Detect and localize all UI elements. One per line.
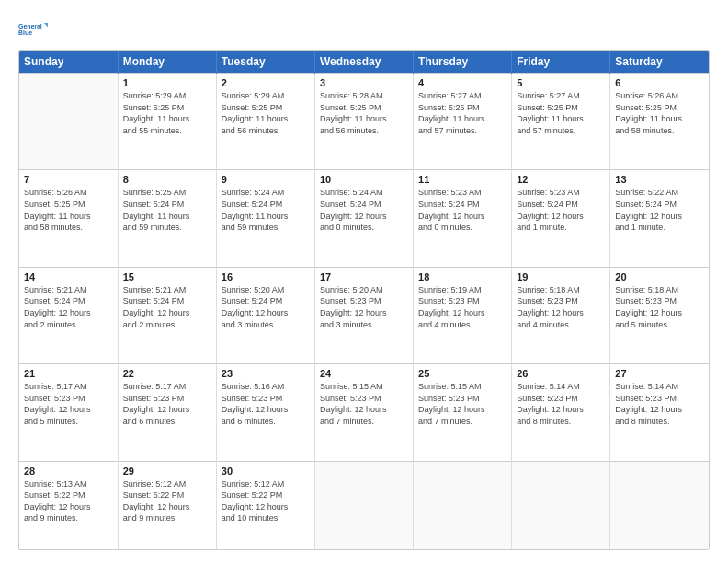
- day-info: Sunrise: 5:13 AM Sunset: 5:22 PM Dayligh…: [24, 478, 113, 524]
- day-info: Sunrise: 5:25 AM Sunset: 5:24 PM Dayligh…: [123, 187, 211, 233]
- day-number: 14: [24, 271, 113, 282]
- day-info: Sunrise: 5:29 AM Sunset: 5:25 PM Dayligh…: [123, 90, 211, 136]
- calendar-cell: 16Sunrise: 5:20 AM Sunset: 5:24 PM Dayli…: [216, 267, 314, 363]
- day-info: Sunrise: 5:20 AM Sunset: 5:24 PM Dayligh…: [222, 284, 310, 330]
- day-number: 28: [24, 465, 113, 477]
- calendar-cell: [414, 461, 512, 549]
- calendar-cell: 1Sunrise: 5:29 AM Sunset: 5:25 PM Daylig…: [118, 74, 216, 170]
- weekday-header: Monday: [118, 51, 216, 74]
- calendar-cell: 25Sunrise: 5:15 AM Sunset: 5:23 PM Dayli…: [414, 364, 512, 461]
- calendar-cell: 6Sunrise: 5:26 AM Sunset: 5:25 PM Daylig…: [610, 74, 709, 170]
- weekday-header: Wednesday: [314, 51, 413, 74]
- weekday-header: Sunday: [19, 51, 118, 74]
- calendar-cell: 11Sunrise: 5:23 AM Sunset: 5:24 PM Dayli…: [414, 170, 512, 267]
- calendar-cell: 10Sunrise: 5:24 AM Sunset: 5:24 PM Dayli…: [314, 170, 413, 267]
- day-info: Sunrise: 5:26 AM Sunset: 5:25 PM Dayligh…: [24, 187, 113, 233]
- calendar-cell: 13Sunrise: 5:22 AM Sunset: 5:24 PM Dayli…: [610, 170, 709, 267]
- day-info: Sunrise: 5:14 AM Sunset: 5:23 PM Dayligh…: [517, 381, 605, 427]
- day-info: Sunrise: 5:17 AM Sunset: 5:23 PM Dayligh…: [24, 381, 113, 427]
- calendar-cell: 26Sunrise: 5:14 AM Sunset: 5:23 PM Dayli…: [512, 364, 610, 461]
- day-info: Sunrise: 5:28 AM Sunset: 5:25 PM Dayligh…: [320, 90, 408, 136]
- day-number: 3: [320, 77, 408, 88]
- day-info: Sunrise: 5:12 AM Sunset: 5:22 PM Dayligh…: [123, 478, 211, 524]
- calendar-cell: 18Sunrise: 5:19 AM Sunset: 5:23 PM Dayli…: [414, 267, 512, 363]
- calendar-cell: 2Sunrise: 5:29 AM Sunset: 5:25 PM Daylig…: [216, 74, 314, 170]
- day-number: 2: [222, 77, 310, 88]
- day-info: Sunrise: 5:22 AM Sunset: 5:24 PM Dayligh…: [615, 187, 704, 233]
- day-number: 23: [222, 368, 310, 379]
- day-number: 20: [615, 271, 704, 282]
- calendar-header-row: SundayMondayTuesdayWednesdayThursdayFrid…: [19, 51, 709, 74]
- calendar-cell: 20Sunrise: 5:18 AM Sunset: 5:23 PM Dayli…: [610, 267, 709, 363]
- calendar-cell: 15Sunrise: 5:21 AM Sunset: 5:24 PM Dayli…: [118, 267, 216, 363]
- day-info: Sunrise: 5:27 AM Sunset: 5:25 PM Dayligh…: [517, 90, 605, 136]
- calendar-week-row: 28Sunrise: 5:13 AM Sunset: 5:22 PM Dayli…: [19, 461, 709, 549]
- day-info: Sunrise: 5:19 AM Sunset: 5:23 PM Dayligh…: [418, 284, 506, 330]
- calendar-cell: 22Sunrise: 5:17 AM Sunset: 5:23 PM Dayli…: [118, 364, 216, 461]
- calendar-cell: [512, 461, 610, 549]
- calendar-cell: 4Sunrise: 5:27 AM Sunset: 5:25 PM Daylig…: [414, 74, 512, 170]
- day-info: Sunrise: 5:15 AM Sunset: 5:23 PM Dayligh…: [418, 381, 506, 427]
- day-info: Sunrise: 5:26 AM Sunset: 5:25 PM Dayligh…: [615, 90, 704, 136]
- calendar-cell: 5Sunrise: 5:27 AM Sunset: 5:25 PM Daylig…: [512, 74, 610, 170]
- day-number: 9: [222, 174, 310, 185]
- calendar-cell: 27Sunrise: 5:14 AM Sunset: 5:23 PM Dayli…: [610, 364, 709, 461]
- calendar-cell: 24Sunrise: 5:15 AM Sunset: 5:23 PM Dayli…: [314, 364, 413, 461]
- day-number: 13: [615, 174, 704, 185]
- calendar-week-row: 21Sunrise: 5:17 AM Sunset: 5:23 PM Dayli…: [19, 364, 709, 461]
- calendar-cell: [610, 461, 709, 549]
- calendar-cell: 21Sunrise: 5:17 AM Sunset: 5:23 PM Dayli…: [19, 364, 118, 461]
- weekday-header: Tuesday: [216, 51, 314, 74]
- calendar-cell: 7Sunrise: 5:26 AM Sunset: 5:25 PM Daylig…: [19, 170, 118, 267]
- day-number: 25: [418, 368, 506, 379]
- day-number: 4: [418, 77, 506, 88]
- day-number: 17: [320, 271, 408, 282]
- day-info: Sunrise: 5:16 AM Sunset: 5:23 PM Dayligh…: [222, 381, 310, 427]
- day-number: 1: [123, 77, 211, 88]
- calendar-table: SundayMondayTuesdayWednesdayThursdayFrid…: [19, 51, 709, 549]
- calendar-cell: 17Sunrise: 5:20 AM Sunset: 5:23 PM Dayli…: [314, 267, 413, 363]
- calendar-cell: [314, 461, 413, 549]
- header: General Blue: [18, 17, 710, 42]
- day-number: 6: [615, 77, 704, 88]
- calendar-cell: 3Sunrise: 5:28 AM Sunset: 5:25 PM Daylig…: [314, 74, 413, 170]
- calendar-cell: 29Sunrise: 5:12 AM Sunset: 5:22 PM Dayli…: [118, 461, 216, 549]
- day-number: 26: [517, 368, 605, 379]
- day-number: 15: [123, 271, 211, 282]
- day-number: 29: [123, 465, 211, 477]
- day-number: 22: [123, 368, 211, 379]
- day-info: Sunrise: 5:17 AM Sunset: 5:23 PM Dayligh…: [123, 381, 211, 427]
- logo-svg: General Blue: [18, 17, 48, 42]
- calendar-cell: 8Sunrise: 5:25 AM Sunset: 5:24 PM Daylig…: [118, 170, 216, 267]
- calendar-cell: [19, 74, 118, 170]
- calendar-cell: 30Sunrise: 5:12 AM Sunset: 5:22 PM Dayli…: [216, 461, 314, 549]
- day-number: 5: [517, 77, 605, 88]
- weekday-header: Thursday: [414, 51, 512, 74]
- day-info: Sunrise: 5:24 AM Sunset: 5:24 PM Dayligh…: [320, 187, 408, 233]
- day-info: Sunrise: 5:21 AM Sunset: 5:24 PM Dayligh…: [123, 284, 211, 330]
- day-info: Sunrise: 5:14 AM Sunset: 5:23 PM Dayligh…: [615, 381, 704, 427]
- day-info: Sunrise: 5:20 AM Sunset: 5:23 PM Dayligh…: [320, 284, 408, 330]
- calendar-week-row: 14Sunrise: 5:21 AM Sunset: 5:24 PM Dayli…: [19, 267, 709, 363]
- day-number: 8: [123, 174, 211, 185]
- logo: General Blue: [18, 17, 48, 42]
- day-info: Sunrise: 5:15 AM Sunset: 5:23 PM Dayligh…: [320, 381, 408, 427]
- calendar-cell: 14Sunrise: 5:21 AM Sunset: 5:24 PM Dayli…: [19, 267, 118, 363]
- page: General Blue SundayMondayTuesdayWednesda…: [0, 0, 728, 563]
- calendar-cell: 23Sunrise: 5:16 AM Sunset: 5:23 PM Dayli…: [216, 364, 314, 461]
- day-info: Sunrise: 5:21 AM Sunset: 5:24 PM Dayligh…: [24, 284, 113, 330]
- day-number: 30: [222, 465, 310, 477]
- day-number: 24: [320, 368, 408, 379]
- day-info: Sunrise: 5:23 AM Sunset: 5:24 PM Dayligh…: [418, 187, 506, 233]
- day-number: 18: [418, 271, 506, 282]
- svg-marker-2: [44, 23, 48, 27]
- day-number: 7: [24, 174, 113, 185]
- calendar-cell: 9Sunrise: 5:24 AM Sunset: 5:24 PM Daylig…: [216, 170, 314, 267]
- svg-text:Blue: Blue: [18, 29, 32, 36]
- calendar-week-row: 7Sunrise: 5:26 AM Sunset: 5:25 PM Daylig…: [19, 170, 709, 267]
- day-number: 27: [615, 368, 704, 379]
- day-number: 16: [222, 271, 310, 282]
- day-number: 10: [320, 174, 408, 185]
- day-info: Sunrise: 5:24 AM Sunset: 5:24 PM Dayligh…: [222, 187, 310, 233]
- calendar-cell: 28Sunrise: 5:13 AM Sunset: 5:22 PM Dayli…: [19, 461, 118, 549]
